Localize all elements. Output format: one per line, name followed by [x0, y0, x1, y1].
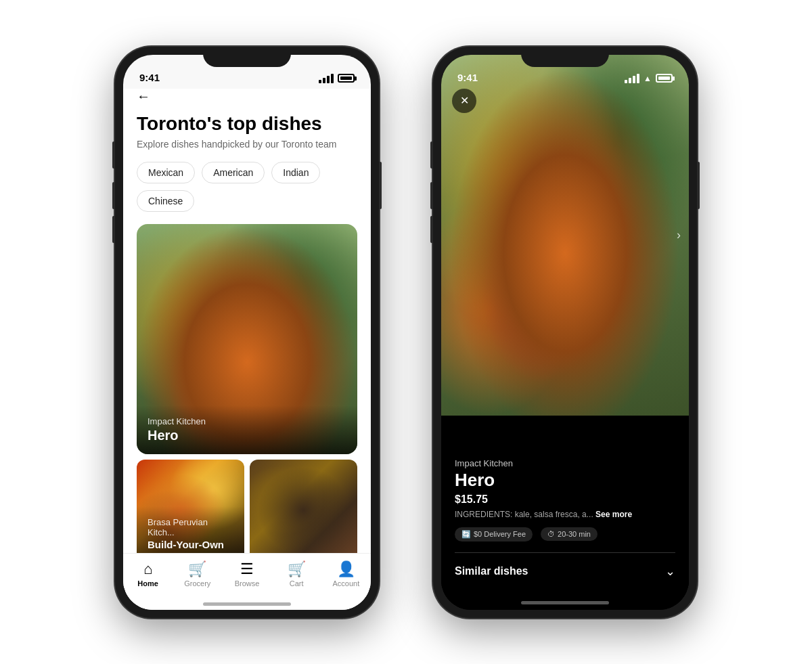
cart-icon: 🛒	[288, 562, 306, 577]
signal-icon-right	[625, 74, 639, 83]
nav-account-label: Account	[333, 579, 360, 588]
battery-fill-right	[658, 76, 670, 80]
status-bar-right: 9:41 ▲	[441, 55, 689, 89]
ingredients-text: INGREDIENTS: kale, salsa fresca, a...	[455, 510, 593, 519]
nav-cart-label: Cart	[290, 579, 304, 588]
dish-restaurant-hero: Impact Kitchen	[148, 416, 346, 426]
close-button[interactable]: ✕	[452, 89, 476, 113]
delivery-fee-icon: 🔄	[461, 530, 471, 539]
delivery-time-text: 20-30 min	[558, 530, 591, 538]
full-food-image: ✕ ›	[441, 55, 689, 416]
close-icon: ✕	[460, 94, 469, 107]
detail-ingredients: INGREDIENTS: kale, salsa fresca, a... Se…	[455, 510, 675, 519]
bottom-nav: ⌂ Home 🛒 Grocery ☰ Browse 🛒 Cart 👤 Accou…	[123, 553, 371, 610]
home-indicator-left	[203, 602, 291, 606]
dish-label-hero: Impact Kitchen Hero	[137, 405, 357, 454]
nav-browse[interactable]: ☰ Browse	[222, 562, 271, 588]
nav-account[interactable]: 👤 Account	[321, 562, 371, 588]
dish-card-third[interactable]	[250, 460, 357, 561]
dish-image-third	[250, 460, 357, 561]
left-screen-content: ← Toronto's top dishes Explore dishes ha…	[123, 89, 371, 610]
similar-dishes-row[interactable]: Similar dishes ⌄	[455, 552, 675, 590]
dish-name-brasa: Build-Your-Own	[148, 539, 233, 550]
signal-icon	[319, 74, 334, 83]
chevron-down-icon: ⌄	[665, 564, 675, 579]
delivery-time-badge: ⏱ 20-30 min	[541, 527, 597, 541]
status-icons-right: ▲	[625, 74, 673, 83]
detail-restaurant: Impact Kitchen	[455, 458, 675, 468]
page-subtitle: Explore dishes handpicked by our Toronto…	[137, 139, 357, 150]
home-icon: ⌂	[143, 562, 152, 577]
wifi-icon: ▲	[644, 74, 652, 83]
browse-icon: ☰	[240, 562, 254, 577]
bar2r	[629, 78, 631, 83]
screen-right: 9:41 ▲	[441, 55, 689, 610]
bar1	[319, 80, 321, 83]
dish-detail-panel: Impact Kitchen Hero $15.75 INGREDIENTS: …	[441, 445, 689, 610]
nav-grocery[interactable]: 🛒 Grocery	[173, 562, 222, 588]
bar1r	[625, 80, 627, 83]
bar3r	[633, 76, 635, 83]
battery-icon-right	[656, 74, 673, 83]
food-bg-right	[441, 55, 689, 416]
delivery-fee-badge: 🔄 $0 Delivery Fee	[455, 527, 533, 541]
chip-chinese[interactable]: Chinese	[137, 190, 194, 212]
dish-card-brasa[interactable]: Brasa Peruvian Kitch... Build-Your-Own	[137, 460, 244, 561]
detail-price: $15.75	[455, 493, 675, 506]
similar-dishes-label: Similar dishes	[455, 565, 528, 577]
dish-restaurant-brasa: Brasa Peruvian Kitch...	[148, 517, 233, 537]
status-icons-left	[319, 74, 355, 83]
see-more-link[interactable]: See more	[595, 510, 632, 519]
chip-indian[interactable]: Indian	[271, 162, 320, 183]
detail-dish-name: Hero	[455, 470, 675, 491]
bar3	[327, 76, 330, 83]
bar2	[323, 78, 325, 83]
dish-cards-row: Brasa Peruvian Kitch... Build-Your-Own	[137, 460, 357, 561]
battery-icon	[338, 74, 355, 83]
bar4	[331, 74, 334, 83]
notch-left	[203, 47, 291, 67]
delivery-time-icon: ⏱	[547, 530, 555, 538]
chip-american[interactable]: American	[202, 162, 265, 183]
back-button[interactable]: ←	[137, 89, 357, 104]
chip-mexican[interactable]: Mexican	[137, 162, 195, 183]
home-indicator-right	[455, 590, 675, 610]
grocery-icon: 🛒	[188, 562, 206, 577]
nav-cart[interactable]: 🛒 Cart	[272, 562, 321, 588]
home-bar-right	[521, 601, 609, 604]
nav-home[interactable]: ⌂ Home	[123, 562, 173, 588]
nav-browse-label: Browse	[235, 579, 260, 588]
page-title: Toronto's top dishes	[137, 112, 357, 135]
next-arrow-icon: ›	[677, 228, 681, 242]
nav-home-label: Home	[137, 579, 158, 588]
delivery-fee-text: $0 Delivery Fee	[474, 530, 526, 538]
screen-left: 9:41 ← Toronto's top dishes Explore dish…	[123, 55, 371, 610]
phone-left: 9:41 ← Toronto's top dishes Explore dish…	[115, 47, 379, 618]
right-screen-content: 9:41 ▲	[441, 55, 689, 610]
bar4r	[637, 74, 639, 83]
dish-card-hero[interactable]: Impact Kitchen Hero	[137, 224, 357, 454]
battery-fill	[340, 76, 352, 80]
phone-right: 9:41 ▲	[433, 47, 697, 618]
next-arrow[interactable]: ›	[677, 228, 681, 242]
status-time-right: 9:41	[457, 72, 478, 83]
detail-meta: 🔄 $0 Delivery Fee ⏱ 20-30 min	[455, 527, 675, 541]
nav-grocery-label: Grocery	[184, 579, 210, 588]
status-time-left: 9:41	[139, 72, 160, 83]
filter-chips: Mexican American Indian Chinese	[137, 162, 357, 212]
dish-name-hero: Hero	[148, 428, 346, 443]
account-icon: 👤	[337, 562, 355, 577]
